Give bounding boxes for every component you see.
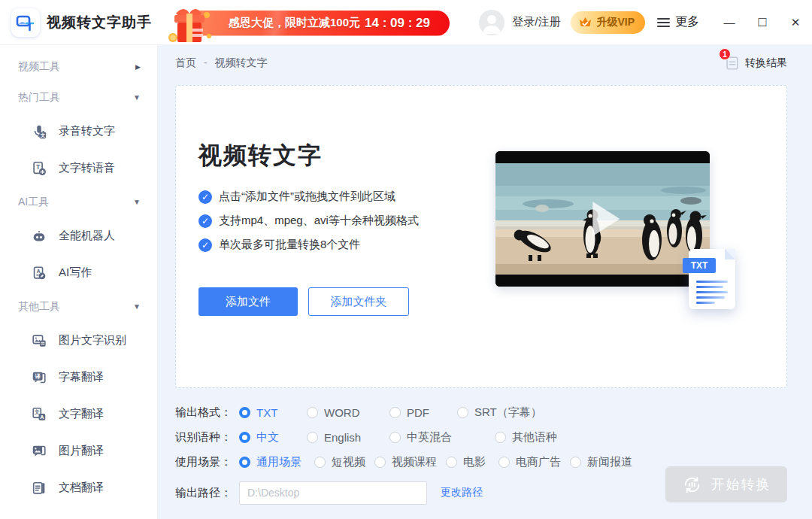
- app-logo-icon: [14, 11, 37, 34]
- scenario-label: 使用场景：: [175, 455, 239, 469]
- start-convert-button[interactable]: 开始转换: [665, 466, 787, 502]
- upgrade-vip-button[interactable]: 升级VIP: [571, 11, 645, 34]
- add-folder-button[interactable]: 添加文件夹: [308, 287, 409, 316]
- output-format-row: 输出格式： TXT WORD PDF SRT（字幕）: [175, 400, 787, 425]
- app-title: 视频转文字助手: [47, 13, 152, 32]
- hamburger-icon: [657, 16, 670, 29]
- person-icon: [479, 10, 504, 35]
- sidebar-item-ai-writing[interactable]: A AI写作: [0, 254, 157, 291]
- radio-circle: [239, 407, 250, 418]
- sidebar-item-robot[interactable]: 全能机器人: [0, 217, 157, 254]
- output-path-input[interactable]: [239, 481, 427, 505]
- radio-other-language[interactable]: 其他语种: [495, 430, 557, 445]
- check-icon: ✓: [198, 214, 212, 228]
- sidebar-item-text-translate[interactable]: 文 A 文字翻译: [0, 396, 157, 432]
- sidebar-item-audio-to-text[interactable]: 文 录音转文字: [0, 113, 157, 150]
- radio-circle: [498, 457, 510, 468]
- output-format-label: 输出格式：: [175, 405, 239, 420]
- language-label: 识别语种：: [175, 430, 239, 445]
- bullet-item: ✓ 点击“添加文件”或拖拽文件到此区域: [198, 190, 419, 204]
- subtitle-translate-icon: 译: [30, 369, 48, 387]
- promo-text: 感恩大促，限时立减100元: [229, 16, 360, 30]
- sidebar-section-ai-tools[interactable]: AI工具 ▼: [0, 187, 157, 217]
- start-convert-label: 开始转换: [711, 475, 771, 493]
- sidebar-section-video-tools[interactable]: 视频工具 ▶: [0, 51, 157, 82]
- ai-writing-icon: A: [30, 264, 48, 282]
- sidebar: 视频工具 ▶ 热门工具 ▼ 文 录音转文字: [0, 45, 158, 519]
- sidebar-item-image-translate[interactable]: 图片翻译: [0, 432, 157, 469]
- check-icon: ✓: [198, 238, 212, 252]
- sidebar-section-other-tools[interactable]: 其他工具 ▼: [0, 291, 157, 322]
- radio-circle: [389, 407, 401, 418]
- text-to-speech-icon: T: [30, 159, 48, 178]
- radio-ecommerce-ad[interactable]: 电商广告: [498, 455, 570, 469]
- add-buttons-row: 添加文件 添加文件夹: [198, 287, 409, 316]
- minimize-button[interactable]: —: [713, 1, 746, 44]
- close-button[interactable]: ✕: [779, 1, 812, 44]
- text-translate-icon: 文 A: [30, 405, 48, 423]
- radio-english[interactable]: English: [307, 431, 389, 444]
- radio-circle: [570, 457, 581, 468]
- radio-video-course[interactable]: 视频课程: [374, 455, 446, 469]
- document-translate-icon: [30, 479, 48, 497]
- promo-countdown: 14 : 09 : 29: [365, 16, 430, 31]
- radio-circle: [239, 457, 250, 468]
- radio-general-scene[interactable]: 通用场景: [239, 455, 314, 469]
- radio-short-video[interactable]: 短视频: [314, 455, 374, 469]
- svg-text:文: 文: [34, 408, 40, 414]
- file-drop-area[interactable]: 视频转文字 ✓ 点击“添加文件”或拖拽文件到此区域 ✓ 支持mp4、mpeg、a…: [175, 85, 787, 388]
- radio-pdf[interactable]: PDF: [389, 406, 457, 419]
- more-label: 更多: [675, 14, 699, 30]
- sidebar-item-ocr[interactable]: 图片文字识别: [0, 322, 157, 359]
- text-lines: [696, 281, 728, 307]
- radio-chinese[interactable]: 中文: [239, 430, 307, 445]
- sidebar-section-hot-tools[interactable]: 热门工具 ▼: [0, 82, 157, 113]
- txt-format-tag: TXT: [683, 258, 716, 273]
- bullet-item: ✓ 单次最多可批量转换8个文件: [198, 238, 419, 252]
- radio-circle: [374, 457, 386, 468]
- video-preview[interactable]: [495, 151, 710, 287]
- svg-text:A: A: [40, 413, 44, 420]
- microphone-icon: 文: [30, 123, 48, 141]
- svg-text:A: A: [36, 267, 41, 274]
- maximize-button[interactable]: □: [746, 1, 779, 44]
- radio-circle: [446, 457, 457, 468]
- radio-circle: [457, 407, 468, 418]
- breadcrumb-row: 首页 - 视频转文字 1 转换结果: [175, 45, 787, 81]
- add-file-button[interactable]: 添加文件: [198, 287, 298, 316]
- radio-movie[interactable]: 电影: [446, 455, 498, 469]
- radio-txt[interactable]: TXT: [239, 406, 307, 419]
- radio-circle: [495, 432, 506, 443]
- radio-word[interactable]: WORD: [307, 406, 389, 419]
- crown-icon: [578, 16, 592, 29]
- promo-banner[interactable]: 感恩大促，限时立减100元 14 : 09 : 29: [173, 9, 453, 36]
- check-icon: ✓: [198, 190, 212, 204]
- breadcrumb-separator: -: [204, 56, 208, 68]
- user-avatar[interactable]: [479, 10, 504, 35]
- vip-label: 升级VIP: [596, 16, 635, 29]
- sidebar-item-document-translate[interactable]: 文档翻译: [0, 469, 157, 506]
- language-row: 识别语种： 中文 English 中英混合 其他语种: [175, 425, 787, 450]
- conversion-results-button[interactable]: 1 转换结果: [724, 55, 787, 71]
- svg-text:译: 译: [35, 373, 41, 380]
- sidebar-item-subtitle-translate[interactable]: 译 字幕翻译: [0, 359, 157, 396]
- promo-ribbon: 感恩大促，限时立减100元 14 : 09 : 29: [185, 11, 450, 36]
- app-window: 视频转文字助手 感恩大促，限时立减100元 14 : 09 : 29: [0, 0, 812, 519]
- page-title: 视频转文字: [198, 140, 323, 171]
- radio-circle: [307, 432, 318, 443]
- title-bar: 视频转文字助手 感恩大促，限时立减100元 14 : 09 : 29: [0, 0, 812, 45]
- chevron-down-icon: ▼: [133, 302, 141, 311]
- chevron-down-icon: ▼: [133, 93, 141, 102]
- change-path-link[interactable]: 更改路径: [441, 486, 483, 499]
- login-register-link[interactable]: 登录/注册: [512, 15, 560, 29]
- breadcrumb-home[interactable]: 首页: [175, 56, 196, 68]
- bullet-item: ✓ 支持mp4、mpeg、avi等十余种视频格式: [198, 214, 419, 228]
- radio-mixed-language[interactable]: 中英混合: [389, 430, 495, 445]
- sidebar-item-text-to-speech[interactable]: T 文字转语音: [0, 150, 157, 187]
- play-icon[interactable]: [592, 202, 620, 236]
- radio-news-report[interactable]: 新闻报道: [570, 455, 632, 469]
- more-menu-button[interactable]: 更多: [657, 14, 699, 30]
- radio-circle: [307, 407, 318, 418]
- radio-srt[interactable]: SRT（字幕）: [457, 405, 542, 420]
- results-badge: 1: [719, 48, 731, 60]
